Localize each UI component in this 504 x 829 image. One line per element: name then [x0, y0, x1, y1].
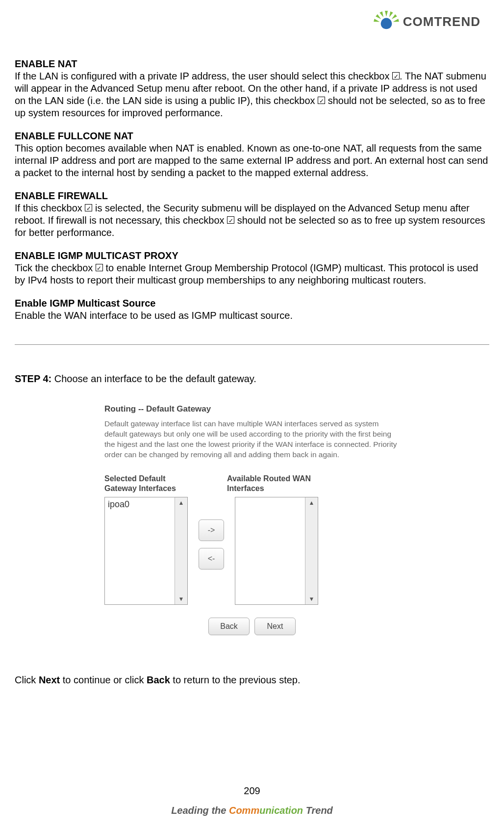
- checkbox-icon: [96, 264, 103, 271]
- next-button[interactable]: Next: [254, 618, 296, 635]
- footer-tagline: Leading the Communication Trend: [0, 805, 504, 816]
- step-text: Choose an interface to be the default ga…: [54, 373, 256, 384]
- body-igmp-source: Enable the WAN interface to be used as I…: [15, 310, 489, 322]
- heading-igmp-source: Enable IGMP Multicast Source: [15, 297, 489, 310]
- checkbox-icon: [227, 216, 234, 224]
- chevron-up-icon[interactable]: ▲: [309, 499, 315, 506]
- brand-name: COMTREND: [403, 14, 480, 29]
- selected-interfaces-listbox[interactable]: ipoa0 ▲ ▼: [104, 497, 188, 605]
- scrollbar[interactable]: ▲ ▼: [175, 497, 187, 604]
- step-4-line: STEP 4: Choose an interface to be the de…: [0, 345, 504, 385]
- chevron-up-icon[interactable]: ▲: [178, 499, 184, 506]
- body-igmp-proxy: Tick the checkbox to enable Internet Gro…: [15, 262, 489, 286]
- checkbox-icon: [392, 72, 400, 79]
- move-left-button[interactable]: <-: [199, 548, 224, 570]
- move-right-button[interactable]: ->: [199, 519, 224, 541]
- available-interfaces-listbox[interactable]: ▲ ▼: [235, 497, 318, 605]
- selected-label: Selected Default Gateway Interfaces: [104, 474, 207, 494]
- brand-logo: COMTREND: [374, 9, 480, 34]
- after-screenshot-instruction: Click Next to continue or click Back to …: [0, 640, 504, 686]
- step-label: STEP 4:: [15, 373, 51, 384]
- panel-title: Routing -- Default Gateway: [101, 401, 403, 419]
- page-number: 209: [0, 785, 504, 797]
- body-firewall: If this checkbox is selected, the Securi…: [15, 202, 489, 239]
- chevron-down-icon[interactable]: ▼: [178, 596, 184, 602]
- panel-description: Default gateway interface list can have …: [101, 419, 403, 460]
- globe-burst-icon: [374, 9, 399, 34]
- checkbox-icon: [318, 97, 325, 104]
- heading-enable-nat: ENABLE NAT: [15, 58, 489, 70]
- available-label: Available Routed WAN Interfaces: [227, 474, 345, 494]
- routing-default-gateway-panel: Routing -- Default Gateway Default gatew…: [101, 401, 403, 640]
- body-fullcone-nat: This option becomes available when NAT i…: [15, 142, 489, 179]
- scrollbar[interactable]: ▲ ▼: [305, 497, 318, 604]
- heading-fullcone-nat: ENABLE FULLCONE NAT: [15, 130, 489, 142]
- list-item[interactable]: ipoa0: [108, 499, 172, 510]
- body-enable-nat: If the LAN is configured with a private …: [15, 70, 489, 119]
- chevron-down-icon[interactable]: ▼: [309, 596, 315, 602]
- heading-firewall: ENABLE FIREWALL: [15, 190, 489, 202]
- back-button[interactable]: Back: [208, 618, 250, 635]
- heading-igmp-proxy: ENABLE IGMP MULTICAST PROXY: [15, 250, 489, 262]
- body-copy: ENABLE NAT If the LAN is configured with…: [0, 9, 504, 322]
- checkbox-icon: [85, 204, 92, 211]
